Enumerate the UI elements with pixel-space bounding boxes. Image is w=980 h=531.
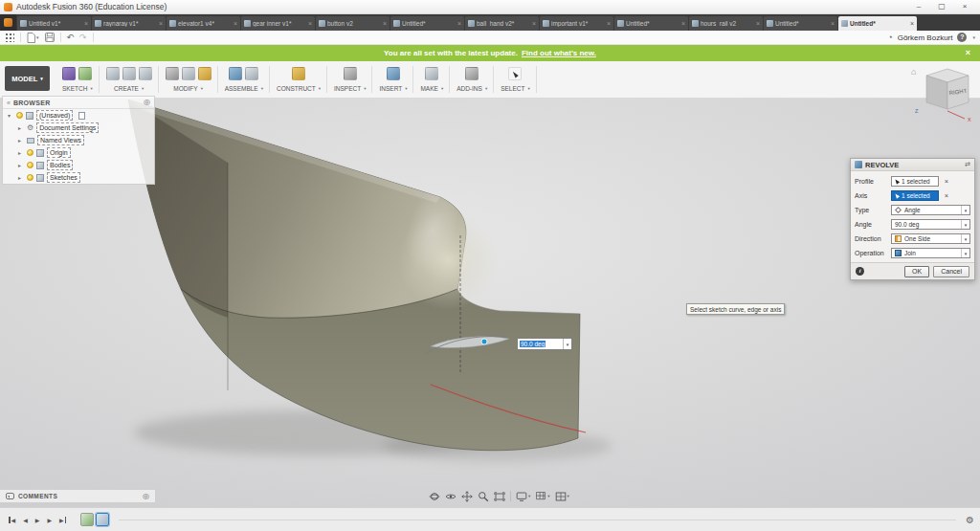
caret-down-icon[interactable]: ▾ (972, 34, 975, 40)
viewports-icon[interactable]: ▾ (555, 491, 569, 502)
zoom-icon[interactable] (478, 491, 489, 502)
tab-close-icon[interactable]: × (681, 20, 685, 27)
close-button[interactable]: × (953, 0, 976, 13)
joint-icon[interactable] (245, 67, 258, 80)
ribbon-group-label[interactable]: INSPECT▾ (334, 85, 366, 92)
browser-root-row[interactable]: ▾ (Unsaved) (3, 109, 154, 122)
expand-arrow-icon[interactable]: ▾ (8, 112, 13, 119)
dock-panel-icon[interactable]: ⇄ (965, 161, 970, 168)
tab-close-icon[interactable]: × (831, 20, 835, 27)
document-tab[interactable]: Untitled*× (764, 16, 837, 31)
redo-button[interactable]: ↷ (79, 33, 87, 42)
document-tab[interactable]: ball_hand v2*× (465, 16, 539, 31)
document-tab[interactable]: Untitled*× (614, 16, 688, 31)
timeline-revolve-feature[interactable] (96, 513, 109, 526)
tab-close-icon[interactable]: × (756, 20, 760, 27)
tab-close-icon[interactable]: × (532, 20, 536, 27)
document-tab[interactable]: Untitled*× (390, 16, 464, 31)
comments-target-icon[interactable]: ◎ (143, 492, 149, 500)
collapse-browser-icon[interactable]: « (7, 100, 11, 106)
type-dropdown[interactable]: Angle▾ (891, 205, 970, 215)
tab-close-icon[interactable]: × (607, 20, 611, 27)
browser-target-icon[interactable]: ◎ (144, 98, 150, 107)
spline-icon[interactable] (78, 67, 92, 80)
step-back-button[interactable]: ◀ (20, 513, 31, 526)
press-pull-icon[interactable] (166, 67, 179, 80)
insert-icon[interactable] (387, 67, 400, 80)
timeline-sketch-feature[interactable] (80, 513, 94, 526)
create-sketch-icon[interactable] (62, 67, 76, 80)
cylinder-icon[interactable] (122, 67, 136, 80)
construction-plane-icon[interactable] (292, 67, 305, 80)
caret-down-icon[interactable]: ▾ (563, 339, 571, 349)
document-tab[interactable]: raynaray v1*× (92, 16, 166, 31)
document-tab[interactable]: important v1*× (540, 16, 613, 31)
fit-icon[interactable] (494, 491, 505, 502)
document-tab[interactable]: Untitled v1*× (17, 16, 91, 31)
ribbon-group-label[interactable]: SKETCH▾ (62, 85, 93, 92)
sphere-icon[interactable] (139, 67, 152, 80)
browser-item-origin[interactable]: ▸ Origin (3, 146, 154, 159)
expand-arrow-icon[interactable]: ▸ (18, 124, 24, 131)
document-tab[interactable]: gear inner v1*× (241, 16, 315, 31)
banner-close-icon[interactable]: × (966, 45, 970, 61)
3d-print-icon[interactable] (425, 67, 438, 80)
tab-close-icon[interactable]: × (234, 20, 237, 27)
box-icon[interactable] (106, 67, 120, 80)
caret-down-icon[interactable]: ▾ (961, 206, 969, 214)
browser-item-sketches[interactable]: ▸ Sketches (3, 171, 154, 184)
ok-button[interactable]: OK (904, 266, 929, 277)
tab-close-icon[interactable]: × (159, 20, 163, 27)
display-settings-icon[interactable]: ▾ (516, 491, 530, 502)
timeline-settings-gear-icon[interactable]: ⚙ (966, 515, 974, 525)
timeline-scrubber[interactable] (119, 520, 956, 520)
measure-icon[interactable] (344, 67, 357, 80)
visibility-bulb-icon[interactable] (16, 112, 23, 119)
orbit-icon[interactable] (429, 491, 440, 502)
help-icon[interactable]: ? (957, 33, 967, 42)
ribbon-group-label[interactable]: CREATE▾ (114, 85, 144, 92)
workspace-selector[interactable]: MODEL ▾ (5, 66, 50, 91)
go-to-start-button[interactable]: ◀ (6, 513, 18, 526)
visibility-bulb-icon[interactable] (27, 174, 33, 181)
new-component-icon[interactable] (229, 67, 242, 80)
browser-root-label[interactable]: (Unsaved) (36, 110, 73, 121)
user-account-button[interactable]: Görkem Bozkurt (898, 33, 953, 42)
angle-input[interactable]: 90.0 deg▾ (891, 219, 970, 230)
document-tab[interactable]: elevator1 v4*× (167, 16, 240, 31)
drag-manipulator-point[interactable] (481, 339, 487, 344)
tab-close-icon[interactable]: × (457, 20, 461, 27)
step-forward-button[interactable]: ▶ (44, 513, 55, 526)
caret-down-icon[interactable]: ▾ (961, 220, 969, 229)
document-tab[interactable]: button v2× (316, 16, 390, 31)
ribbon-group-label[interactable]: MAKE▾ (420, 85, 443, 92)
file-menu-button[interactable]: ▾ (27, 33, 39, 43)
go-to-end-button[interactable]: ▶ (56, 513, 69, 526)
tab-close-icon[interactable]: × (308, 20, 312, 27)
document-tab[interactable]: hours_rail v2× (689, 16, 763, 31)
profile-select-button[interactable]: 1 selected (891, 176, 939, 187)
visibility-bulb-icon[interactable] (27, 149, 33, 156)
view-cube[interactable]: ⌂ RIGHT Z X (907, 63, 978, 122)
clear-profile-icon[interactable]: × (942, 177, 951, 186)
expand-arrow-icon[interactable]: ▸ (18, 149, 24, 156)
clear-axis-icon[interactable]: × (942, 191, 951, 200)
browser-item-bodies[interactable]: ▸ Bodies (3, 159, 154, 171)
expand-arrow-icon[interactable]: ▸ (18, 162, 24, 168)
info-icon[interactable]: i (856, 267, 864, 276)
home-icon[interactable]: ⌂ (911, 67, 916, 77)
grid-snap-icon[interactable]: ▾ (535, 491, 549, 502)
app-grid-icon[interactable] (5, 33, 14, 42)
maximize-button[interactable]: ▢ (930, 0, 953, 13)
comments-bar[interactable]: COMMENTS ◎ (0, 489, 156, 503)
axis-select-button[interactable]: 1 selected (891, 190, 939, 201)
ribbon-group-label[interactable]: MODIFY▾ (173, 85, 203, 92)
caret-down-icon[interactable]: ▾ (961, 249, 969, 257)
ribbon-group-label[interactable]: CONSTRUCT▾ (277, 85, 321, 92)
undo-button[interactable]: ↶ (67, 33, 75, 42)
save-button[interactable] (45, 33, 55, 42)
expand-arrow-icon[interactable]: ▸ (18, 137, 24, 144)
browser-item-document-settings[interactable]: ▸ ⚙ Document Settings (3, 122, 154, 134)
tab-close-icon[interactable]: × (910, 20, 914, 27)
play-button[interactable]: ▶ (33, 513, 43, 526)
